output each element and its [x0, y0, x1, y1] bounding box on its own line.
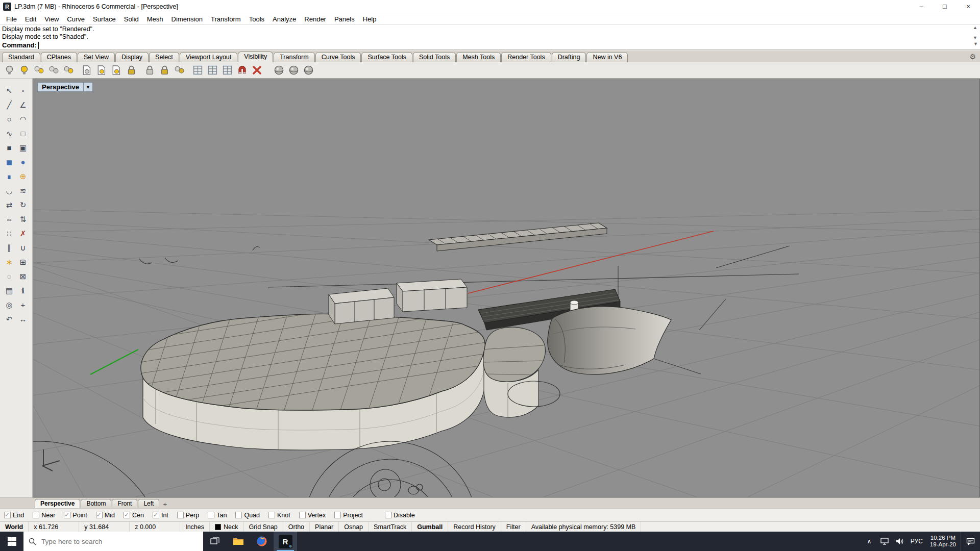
current-layer[interactable]: Neck: [210, 522, 243, 532]
toolbar-tab-cplanes[interactable]: CPlanes: [41, 52, 77, 62]
toolbar-tab-visibility[interactable]: Visibility: [238, 52, 273, 62]
selection-filter-icon[interactable]: ◦: [16, 84, 30, 97]
show-selected-objects-button[interactable]: [32, 63, 46, 78]
select-arrow-icon[interactable]: ↖: [3, 84, 16, 97]
search-input[interactable]: [40, 537, 185, 546]
osnap-pane[interactable]: Osnap: [339, 522, 369, 532]
network-icon[interactable]: [877, 532, 892, 551]
toolbar-tab-viewport-layout[interactable]: Viewport Layout: [180, 52, 237, 62]
trim-icon[interactable]: ✗: [16, 227, 30, 240]
zoom-icon[interactable]: ◎: [3, 298, 16, 312]
circle-icon[interactable]: ○: [3, 112, 16, 126]
filter-pane[interactable]: Filter: [501, 522, 526, 532]
menu-dimension[interactable]: Dimension: [167, 14, 207, 24]
sphere-icon[interactable]: ●: [16, 155, 30, 169]
osnap-checkbox-vertex[interactable]: [299, 512, 306, 518]
cplane-indicator[interactable]: World: [0, 522, 29, 532]
undo-icon[interactable]: ↶: [3, 312, 16, 326]
split-icon[interactable]: ∥: [3, 241, 16, 255]
menu-curve[interactable]: Curve: [63, 14, 89, 24]
osnap-checkbox-point[interactable]: [64, 512, 70, 518]
menu-help[interactable]: Help: [359, 14, 381, 24]
clear-hidden-objects-button[interactable]: [250, 63, 264, 78]
surface-icon[interactable]: ■: [3, 141, 16, 155]
freeform-curve-icon[interactable]: ∿: [3, 127, 16, 140]
osnap-checkbox-knot[interactable]: [268, 512, 275, 518]
scale-icon[interactable]: ⇔: [3, 212, 16, 226]
menu-analyze[interactable]: Analyze: [268, 14, 300, 24]
toolbar-tab-transform[interactable]: Transform: [274, 52, 315, 62]
toolbar-tab-drafting[interactable]: Drafting: [552, 52, 586, 62]
record-history-pane[interactable]: Record History: [448, 522, 501, 532]
scroll-up-icon[interactable]: ▲: [973, 25, 977, 30]
properties-icon[interactable]: ℹ: [16, 284, 30, 297]
toolbar-tab-surface-tools[interactable]: Surface Tools: [361, 52, 412, 62]
lock-icon[interactable]: ⊠: [16, 269, 30, 283]
explode-icon[interactable]: ∗: [3, 255, 16, 269]
gumball-pane[interactable]: Gumball: [412, 522, 448, 532]
arc-icon[interactable]: ◠: [16, 112, 30, 126]
viewport-tab-left[interactable]: Left: [138, 499, 159, 508]
extrude-icon[interactable]: ▣: [16, 141, 30, 155]
osnap-checkbox-near[interactable]: [33, 512, 39, 518]
toolbar-tab-render-tools[interactable]: Render Tools: [501, 52, 551, 62]
units-indicator[interactable]: Inches: [180, 522, 210, 532]
join-icon[interactable]: ∪: [16, 241, 30, 255]
rhino-taskbar-button[interactable]: R6: [274, 532, 297, 551]
scroll-down-icon[interactable]: ▼: [973, 35, 977, 40]
dimension-icon[interactable]: ↔: [16, 312, 30, 326]
shaded-viewport-button[interactable]: [272, 63, 286, 78]
command-expand-icon[interactable]: ▼: [973, 41, 978, 46]
start-button[interactable]: [0, 532, 23, 551]
language-indicator[interactable]: РУС: [908, 538, 926, 545]
ortho-pane[interactable]: Ortho: [283, 522, 310, 532]
unlock-objects-button[interactable]: [142, 63, 157, 78]
toolbar-tab-select[interactable]: Select: [149, 52, 179, 62]
action-center-button[interactable]: [960, 532, 980, 551]
task-view-button[interactable]: [203, 532, 227, 551]
hide-objects-button[interactable]: [2, 63, 17, 78]
group-icon[interactable]: ⊞: [16, 255, 30, 269]
array-icon[interactable]: ∷: [3, 227, 16, 240]
isolate-layer-button[interactable]: [109, 63, 124, 78]
box-icon[interactable]: ◼: [3, 155, 16, 169]
mirror-icon[interactable]: ⇅: [16, 212, 30, 226]
toolbar-tab-standard[interactable]: Standard: [2, 52, 40, 62]
osnap-checkbox-tan[interactable]: [208, 512, 214, 518]
lock-objects-button[interactable]: [124, 63, 139, 78]
show-objects-button[interactable]: [17, 63, 32, 78]
firefox-button[interactable]: [250, 532, 274, 551]
toolbar-tab-set-view[interactable]: Set View: [78, 52, 115, 62]
swap-locked-objects-button[interactable]: [157, 63, 172, 78]
menu-file[interactable]: File: [2, 14, 21, 24]
osnap-checkbox-int[interactable]: [153, 512, 159, 518]
rendered-viewport-button[interactable]: [286, 63, 301, 78]
boolean-union-icon[interactable]: ⊕: [16, 169, 30, 183]
osnap-checkbox-project[interactable]: [334, 512, 341, 518]
osnap-checkbox-cen[interactable]: [124, 512, 130, 518]
osnap-checkbox-perp[interactable]: [177, 512, 184, 518]
toolbar-tab-display[interactable]: Display: [115, 52, 149, 62]
volume-icon[interactable]: [892, 532, 908, 551]
perspective-viewport[interactable]: Perspective ▼: [33, 79, 980, 497]
planar-pane[interactable]: Planar: [310, 522, 339, 532]
maximize-button[interactable]: □: [933, 0, 957, 13]
swap-hidden-objects-button[interactable]: [46, 63, 61, 78]
close-button[interactable]: ×: [957, 0, 980, 13]
toolbar-tab-solid-tools[interactable]: Solid Tools: [413, 52, 456, 62]
menu-solid[interactable]: Solid: [120, 14, 143, 24]
hide-layer-objects-button[interactable]: [80, 63, 94, 78]
toolbar-tab-new-in-v6[interactable]: New in V6: [586, 52, 628, 62]
offset-icon[interactable]: ≋: [16, 184, 30, 197]
hide-icon[interactable]: ◌: [3, 269, 16, 283]
viewport-dropdown-icon[interactable]: ▼: [84, 82, 93, 92]
viewport-tab-bottom[interactable]: Bottom: [81, 499, 111, 508]
menu-mesh[interactable]: Mesh: [143, 14, 167, 24]
toolbar-options-gear-icon[interactable]: ⚙: [969, 53, 976, 61]
menu-view[interactable]: View: [40, 14, 63, 24]
layers-icon[interactable]: ▤: [3, 284, 16, 297]
line-icon[interactable]: ╱: [3, 98, 16, 112]
viewport-tab-perspective[interactable]: Perspective: [35, 499, 80, 508]
smarttrack-pane[interactable]: SmartTrack: [369, 522, 412, 532]
viewport-title[interactable]: Perspective ▼: [37, 82, 93, 92]
